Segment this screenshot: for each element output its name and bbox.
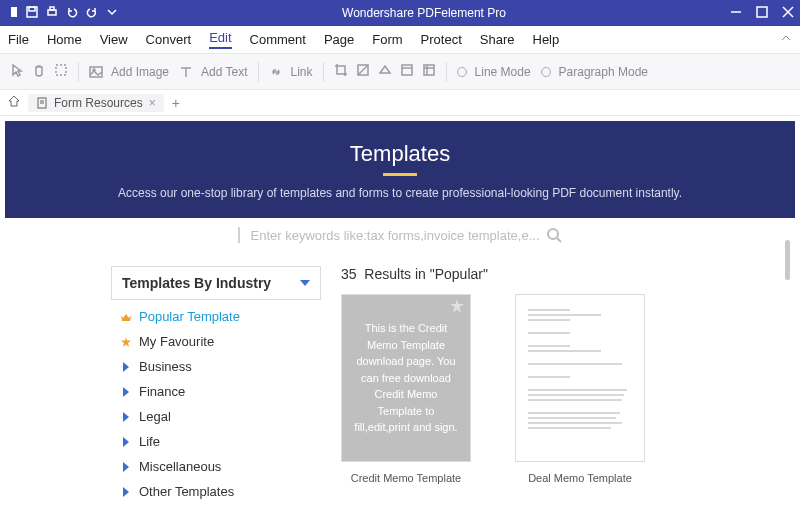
bates-icon[interactable] xyxy=(422,63,436,80)
toolbar: Add Image Add Text Link Line Mode Paragr… xyxy=(0,54,800,90)
save-icon[interactable] xyxy=(26,4,38,22)
tab-form-resources[interactable]: Form Resources × xyxy=(28,94,164,112)
sidebar-item-other[interactable]: Other Templates xyxy=(111,479,321,504)
undo-icon[interactable] xyxy=(66,4,78,22)
search-input[interactable]: Enter keywords like:tax forms,invoice te… xyxy=(238,227,561,243)
pointer-icon[interactable] xyxy=(10,63,24,80)
menu-edit[interactable]: Edit xyxy=(209,30,231,49)
sidebar-item-business[interactable]: Business xyxy=(111,354,321,379)
hero-title: Templates xyxy=(15,141,785,167)
svg-rect-3 xyxy=(29,7,35,11)
menu-comment[interactable]: Comment xyxy=(250,32,306,47)
app-icon xyxy=(6,4,18,22)
sidebar-item-label: Miscellaneous xyxy=(139,459,221,474)
background-icon[interactable] xyxy=(378,63,392,80)
template-preview-text: This is the Credit Memo Template downloa… xyxy=(354,320,458,436)
sidebar: Templates By Industry Popular Template M… xyxy=(111,266,321,516)
sidebar-item-misc[interactable]: Miscellaneous xyxy=(111,454,321,479)
menu-page[interactable]: Page xyxy=(324,32,354,47)
titlebar-more-icon[interactable] xyxy=(106,4,118,22)
home-tab-icon[interactable] xyxy=(8,95,20,110)
add-image-button[interactable]: Add Image xyxy=(89,65,169,79)
favourite-star-icon[interactable] xyxy=(450,299,464,313)
caret-right-icon xyxy=(121,387,131,397)
results-panel: 35 Results in "Popular" This is the Cred… xyxy=(341,266,789,516)
results-label: Results in "Popular" xyxy=(364,266,488,282)
results-count: 35 xyxy=(341,266,357,282)
menu-help[interactable]: Help xyxy=(533,32,560,47)
sidebar-item-label: Other Templates xyxy=(139,484,234,499)
link-label: Link xyxy=(291,65,313,79)
collapse-ribbon-icon[interactable] xyxy=(780,32,792,47)
sidebar-header-label: Templates By Industry xyxy=(122,275,271,291)
header-footer-icon[interactable] xyxy=(400,63,414,80)
sidebar-item-label: Legal xyxy=(139,409,171,424)
menu-view[interactable]: View xyxy=(100,32,128,47)
add-text-button[interactable]: Add Text xyxy=(179,65,247,79)
tab-close-icon[interactable]: × xyxy=(149,96,156,110)
watermark-icon[interactable] xyxy=(356,63,370,80)
svg-rect-7 xyxy=(757,7,767,17)
caret-right-icon xyxy=(121,462,131,472)
line-mode-label: Line Mode xyxy=(475,65,531,79)
paragraph-mode-radio[interactable]: Paragraph Mode xyxy=(541,65,648,79)
add-image-label: Add Image xyxy=(111,65,169,79)
menu-form[interactable]: Form xyxy=(372,32,402,47)
scrollbar[interactable] xyxy=(785,240,790,280)
hand-icon[interactable] xyxy=(32,63,46,80)
crop-icon[interactable] xyxy=(334,63,348,80)
template-card[interactable]: Deal Memo Template xyxy=(515,294,645,484)
menu-share[interactable]: Share xyxy=(480,32,515,47)
template-caption: Deal Memo Template xyxy=(515,472,645,484)
template-card[interactable]: This is the Credit Memo Template downloa… xyxy=(341,294,471,484)
add-text-label: Add Text xyxy=(201,65,247,79)
menu-file[interactable]: File xyxy=(8,32,29,47)
sidebar-item-label: Finance xyxy=(139,384,185,399)
maximize-button[interactable] xyxy=(756,4,768,22)
sidebar-item-life[interactable]: Life xyxy=(111,429,321,454)
svg-rect-10 xyxy=(56,65,66,75)
caret-right-icon xyxy=(121,362,131,372)
minimize-button[interactable] xyxy=(730,4,742,22)
template-caption: Credit Memo Template xyxy=(341,472,471,484)
content: Templates By Industry Popular Template M… xyxy=(5,252,795,516)
titlebar: Wondershare PDFelement Pro xyxy=(0,0,800,26)
paragraph-mode-label: Paragraph Mode xyxy=(559,65,648,79)
hero-subtitle: Access our one-stop library of templates… xyxy=(15,186,785,200)
template-thumbnail: This is the Credit Memo Template downloa… xyxy=(341,294,471,462)
menu-protect[interactable]: Protect xyxy=(421,32,462,47)
sidebar-item-favourite[interactable]: My Favourite xyxy=(111,329,321,354)
sidebar-header[interactable]: Templates By Industry xyxy=(111,266,321,300)
sidebar-item-popular[interactable]: Popular Template xyxy=(111,304,321,329)
sidebar-item-label: Life xyxy=(139,434,160,449)
menu-home[interactable]: Home xyxy=(47,32,82,47)
redo-icon[interactable] xyxy=(86,4,98,22)
select-icon[interactable] xyxy=(54,63,68,80)
results-header: 35 Results in "Popular" xyxy=(341,266,789,282)
window-title: Wondershare PDFelement Pro xyxy=(118,6,730,20)
crown-icon xyxy=(121,312,131,322)
menubar: File Home View Convert Edit Comment Page… xyxy=(0,26,800,54)
svg-line-16 xyxy=(358,65,368,75)
category-list: Popular Template My Favourite Business F… xyxy=(111,304,321,504)
caret-right-icon xyxy=(121,437,131,447)
caret-right-icon xyxy=(121,412,131,422)
link-button[interactable]: Link xyxy=(269,65,313,79)
line-mode-radio[interactable]: Line Mode xyxy=(457,65,531,79)
caret-right-icon xyxy=(121,487,131,497)
print-icon[interactable] xyxy=(46,4,58,22)
new-tab-icon[interactable]: + xyxy=(172,95,180,111)
tab-label: Form Resources xyxy=(54,96,143,110)
svg-point-25 xyxy=(548,229,558,239)
svg-rect-19 xyxy=(424,65,434,75)
sidebar-item-legal[interactable]: Legal xyxy=(111,404,321,429)
hero-underline xyxy=(383,173,417,176)
close-button[interactable] xyxy=(782,4,794,22)
svg-rect-5 xyxy=(50,7,54,10)
sidebar-item-label: Business xyxy=(139,359,192,374)
sidebar-item-label: Popular Template xyxy=(139,309,240,324)
sidebar-item-finance[interactable]: Finance xyxy=(111,379,321,404)
svg-rect-1 xyxy=(7,7,11,17)
menu-convert[interactable]: Convert xyxy=(146,32,192,47)
search-icon xyxy=(546,227,562,243)
